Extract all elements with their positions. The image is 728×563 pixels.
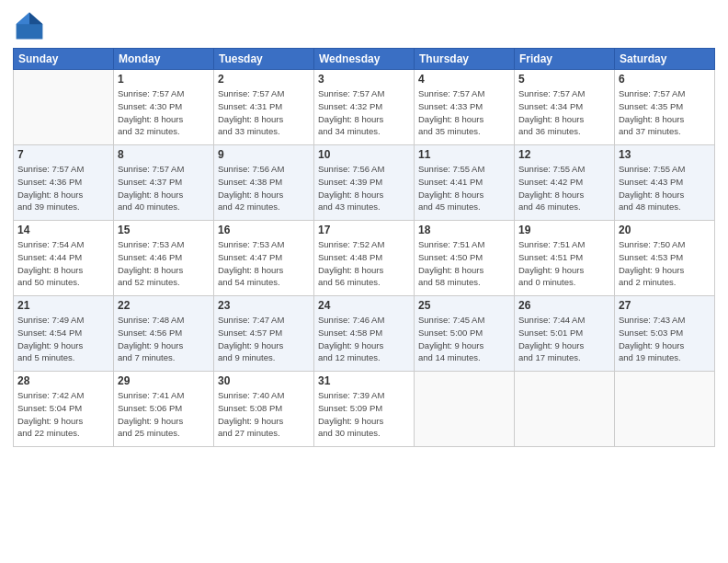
day-number: 14 — [17, 224, 109, 236]
calendar-cell: 3Sunrise: 7:57 AM Sunset: 4:32 PM Daylig… — [314, 70, 415, 145]
calendar-week-2: 7Sunrise: 7:57 AM Sunset: 4:36 PM Daylig… — [14, 145, 715, 221]
day-number: 19 — [518, 224, 610, 236]
day-info: Sunrise: 7:48 AM Sunset: 4:56 PM Dayligh… — [118, 314, 210, 364]
calendar-cell: 1Sunrise: 7:57 AM Sunset: 4:30 PM Daylig… — [114, 70, 214, 145]
day-info: Sunrise: 7:39 AM Sunset: 5:09 PM Dayligh… — [318, 389, 410, 440]
day-info: Sunrise: 7:55 AM Sunset: 4:42 PM Dayligh… — [518, 163, 610, 213]
day-number: 12 — [518, 148, 610, 161]
page: SundayMondayTuesdayWednesdayThursdayFrid… — [0, 0, 728, 563]
calendar-cell: 12Sunrise: 7:55 AM Sunset: 4:42 PM Dayli… — [515, 145, 615, 221]
day-info: Sunrise: 7:41 AM Sunset: 5:06 PM Dayligh… — [118, 389, 210, 440]
day-number: 25 — [418, 299, 510, 312]
calendar-table: SundayMondayTuesdayWednesdayThursdayFrid… — [13, 48, 715, 447]
calendar-cell: 17Sunrise: 7:52 AM Sunset: 4:48 PM Dayli… — [314, 221, 415, 296]
svg-marker-2 — [17, 13, 29, 25]
logo-icon — [13, 9, 46, 42]
calendar-week-3: 14Sunrise: 7:54 AM Sunset: 4:44 PM Dayli… — [14, 221, 715, 296]
calendar-cell — [515, 372, 615, 447]
day-info: Sunrise: 7:54 AM Sunset: 4:44 PM Dayligh… — [17, 238, 109, 289]
calendar-cell: 9Sunrise: 7:56 AM Sunset: 4:38 PM Daylig… — [214, 145, 314, 221]
calendar-week-1: 1Sunrise: 7:57 AM Sunset: 4:30 PM Daylig… — [14, 70, 715, 145]
day-number: 23 — [218, 299, 310, 312]
day-number: 18 — [418, 224, 510, 236]
day-info: Sunrise: 7:49 AM Sunset: 4:54 PM Dayligh… — [17, 314, 109, 364]
day-number: 24 — [318, 299, 410, 312]
day-header-monday: Monday — [114, 49, 214, 70]
calendar-cell: 13Sunrise: 7:55 AM Sunset: 4:43 PM Dayli… — [615, 145, 715, 221]
day-number: 30 — [218, 374, 310, 387]
day-header-tuesday: Tuesday — [214, 49, 314, 70]
calendar-cell: 10Sunrise: 7:56 AM Sunset: 4:39 PM Dayli… — [314, 145, 415, 221]
day-number: 10 — [318, 148, 410, 161]
calendar-cell: 11Sunrise: 7:55 AM Sunset: 4:41 PM Dayli… — [415, 145, 515, 221]
day-info: Sunrise: 7:42 AM Sunset: 5:04 PM Dayligh… — [17, 389, 109, 440]
day-number: 8 — [118, 148, 210, 161]
day-info: Sunrise: 7:53 AM Sunset: 4:46 PM Dayligh… — [118, 238, 210, 289]
day-info: Sunrise: 7:55 AM Sunset: 4:41 PM Dayligh… — [418, 163, 510, 213]
calendar-cell — [14, 70, 114, 145]
day-info: Sunrise: 7:51 AM Sunset: 4:51 PM Dayligh… — [518, 238, 610, 289]
day-number: 1 — [118, 73, 210, 86]
day-info: Sunrise: 7:45 AM Sunset: 5:00 PM Dayligh… — [418, 314, 510, 364]
calendar-cell: 4Sunrise: 7:57 AM Sunset: 4:33 PM Daylig… — [415, 70, 515, 145]
calendar-cell — [615, 372, 715, 447]
header-row: SundayMondayTuesdayWednesdayThursdayFrid… — [14, 49, 715, 70]
day-info: Sunrise: 7:53 AM Sunset: 4:47 PM Dayligh… — [218, 238, 310, 289]
day-info: Sunrise: 7:44 AM Sunset: 5:01 PM Dayligh… — [518, 314, 610, 364]
day-header-sunday: Sunday — [14, 49, 114, 70]
day-info: Sunrise: 7:56 AM Sunset: 4:39 PM Dayligh… — [318, 163, 410, 213]
calendar-cell: 26Sunrise: 7:44 AM Sunset: 5:01 PM Dayli… — [515, 296, 615, 372]
calendar-cell: 20Sunrise: 7:50 AM Sunset: 4:53 PM Dayli… — [615, 221, 715, 296]
day-number: 4 — [418, 73, 510, 86]
calendar-cell: 29Sunrise: 7:41 AM Sunset: 5:06 PM Dayli… — [114, 372, 214, 447]
day-info: Sunrise: 7:51 AM Sunset: 4:50 PM Dayligh… — [418, 238, 510, 289]
day-info: Sunrise: 7:50 AM Sunset: 4:53 PM Dayligh… — [619, 238, 711, 289]
svg-marker-1 — [29, 13, 42, 25]
day-number: 15 — [118, 224, 210, 236]
day-number: 22 — [118, 299, 210, 312]
calendar-cell: 18Sunrise: 7:51 AM Sunset: 4:50 PM Dayli… — [415, 221, 515, 296]
day-info: Sunrise: 7:52 AM Sunset: 4:48 PM Dayligh… — [318, 238, 410, 289]
day-number: 13 — [619, 148, 711, 161]
day-info: Sunrise: 7:57 AM Sunset: 4:34 PM Dayligh… — [518, 87, 610, 138]
day-number: 21 — [17, 299, 109, 312]
calendar-cell: 6Sunrise: 7:57 AM Sunset: 4:35 PM Daylig… — [615, 70, 715, 145]
day-header-wednesday: Wednesday — [314, 49, 415, 70]
calendar-cell — [415, 372, 515, 447]
day-number: 9 — [218, 148, 310, 161]
calendar-cell: 21Sunrise: 7:49 AM Sunset: 4:54 PM Dayli… — [14, 296, 114, 372]
calendar-cell: 2Sunrise: 7:57 AM Sunset: 4:31 PM Daylig… — [214, 70, 314, 145]
day-number: 26 — [518, 299, 610, 312]
day-number: 31 — [318, 374, 410, 387]
day-info: Sunrise: 7:56 AM Sunset: 4:38 PM Dayligh… — [218, 163, 310, 213]
header — [13, 9, 715, 42]
calendar-cell: 28Sunrise: 7:42 AM Sunset: 5:04 PM Dayli… — [14, 372, 114, 447]
calendar-cell: 27Sunrise: 7:43 AM Sunset: 5:03 PM Dayli… — [615, 296, 715, 372]
calendar-cell: 24Sunrise: 7:46 AM Sunset: 4:58 PM Dayli… — [314, 296, 415, 372]
day-number: 29 — [118, 374, 210, 387]
day-info: Sunrise: 7:46 AM Sunset: 4:58 PM Dayligh… — [318, 314, 410, 364]
logo — [13, 9, 50, 42]
calendar-cell: 30Sunrise: 7:40 AM Sunset: 5:08 PM Dayli… — [214, 372, 314, 447]
day-number: 5 — [518, 73, 610, 86]
day-number: 3 — [318, 73, 410, 86]
calendar-cell: 7Sunrise: 7:57 AM Sunset: 4:36 PM Daylig… — [14, 145, 114, 221]
day-info: Sunrise: 7:47 AM Sunset: 4:57 PM Dayligh… — [218, 314, 310, 364]
day-number: 6 — [619, 73, 711, 86]
day-number: 11 — [418, 148, 510, 161]
calendar-cell: 19Sunrise: 7:51 AM Sunset: 4:51 PM Dayli… — [515, 221, 615, 296]
calendar-cell: 5Sunrise: 7:57 AM Sunset: 4:34 PM Daylig… — [515, 70, 615, 145]
day-info: Sunrise: 7:40 AM Sunset: 5:08 PM Dayligh… — [218, 389, 310, 440]
day-info: Sunrise: 7:43 AM Sunset: 5:03 PM Dayligh… — [619, 314, 711, 364]
day-info: Sunrise: 7:57 AM Sunset: 4:31 PM Dayligh… — [218, 87, 310, 138]
calendar-cell: 14Sunrise: 7:54 AM Sunset: 4:44 PM Dayli… — [14, 221, 114, 296]
calendar-cell: 23Sunrise: 7:47 AM Sunset: 4:57 PM Dayli… — [214, 296, 314, 372]
day-number: 7 — [17, 148, 109, 161]
day-header-thursday: Thursday — [415, 49, 515, 70]
day-header-saturday: Saturday — [615, 49, 715, 70]
day-info: Sunrise: 7:57 AM Sunset: 4:35 PM Dayligh… — [619, 87, 711, 138]
day-number: 2 — [218, 73, 310, 86]
day-number: 17 — [318, 224, 410, 236]
calendar-cell: 22Sunrise: 7:48 AM Sunset: 4:56 PM Dayli… — [114, 296, 214, 372]
calendar-cell: 31Sunrise: 7:39 AM Sunset: 5:09 PM Dayli… — [314, 372, 415, 447]
